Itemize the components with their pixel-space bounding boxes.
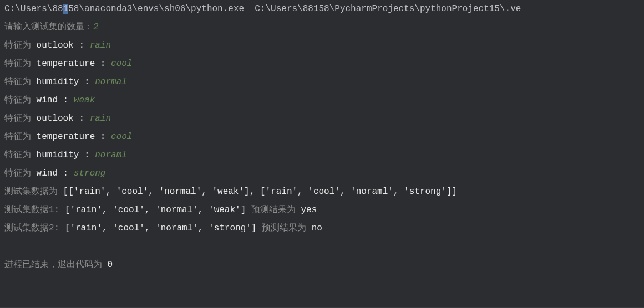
prediction-line-0: 测试集数据1: ['rain', 'cool', 'normal', 'weak… bbox=[4, 201, 640, 219]
input-prompt-line: 请输入测试集的数量：2 bbox=[4, 18, 640, 37]
feature-line-1: 特征为 temperature : cool bbox=[4, 55, 640, 73]
console-output: C:\Users\88158\anaconda3\envs\sh06\pytho… bbox=[0, 0, 644, 274]
feature-line-7: 特征为 wind : strong bbox=[4, 165, 640, 183]
feature-line-0: 特征为 outlook : rain bbox=[4, 37, 640, 55]
feature-line-6: 特征为 humidity : noraml bbox=[4, 146, 640, 165]
execution-path: C:\Users\88158\anaconda3\envs\sh06\pytho… bbox=[4, 0, 640, 18]
prediction-line-1: 测试集数据2: ['rain', 'cool', 'noraml', 'stro… bbox=[4, 219, 640, 238]
feature-line-2: 特征为 humidity : normal bbox=[4, 73, 640, 91]
blank-line bbox=[4, 238, 640, 256]
feature-line-4: 特征为 outlook : rain bbox=[4, 110, 640, 128]
feature-line-3: 特征为 wind : weak bbox=[4, 91, 640, 110]
feature-line-5: 特征为 temperature : cool bbox=[4, 128, 640, 146]
exit-message: 进程已结束，退出代码为 0 bbox=[4, 256, 640, 274]
test-data-line: 测试集数据为 [['rain', 'cool', 'normal', 'weak… bbox=[4, 183, 640, 201]
